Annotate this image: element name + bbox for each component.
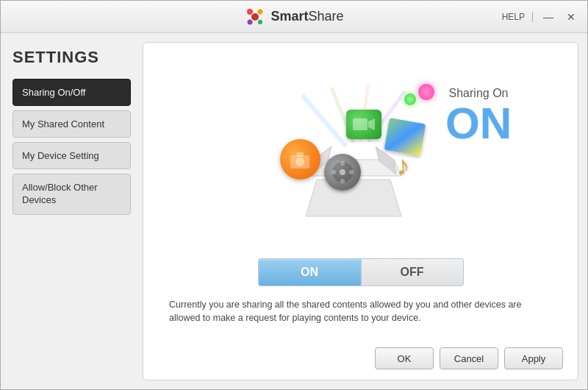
main-content: SETTINGS Sharing On/Off My Shared Conten…: [1, 33, 587, 389]
window-controls: HELP — ✕: [502, 10, 578, 24]
sidebar-item-allow-block[interactable]: Allow/Block Other Devices: [12, 174, 131, 215]
settings-title: SETTINGS: [12, 48, 131, 67]
svg-point-19: [340, 161, 345, 166]
illustration: ♪: [258, 80, 464, 227]
app-title: SmartShare: [270, 9, 343, 24]
cancel-button[interactable]: Cancel: [440, 347, 498, 369]
video-icon: [346, 110, 381, 139]
help-button[interactable]: HELP: [502, 12, 525, 22]
svg-marker-24: [368, 118, 375, 130]
divider: [532, 12, 533, 22]
svg-point-0: [251, 13, 259, 21]
svg-rect-23: [353, 118, 368, 130]
pink-glow: [418, 84, 434, 100]
minimize-button[interactable]: —: [540, 10, 556, 24]
toggle-on-button[interactable]: ON: [258, 258, 361, 286]
app-logo: SmartShare: [244, 6, 343, 28]
svg-point-3: [258, 20, 262, 24]
sidebar: SETTINGS Sharing On/Off My Shared Conten…: [1, 33, 143, 389]
camera-icon: [280, 139, 320, 180]
svg-point-21: [331, 170, 336, 174]
ok-button[interactable]: OK: [375, 347, 434, 369]
panel-inner: ♪ Sharing On ON ON OFF: [143, 43, 578, 340]
logo-icon: [244, 6, 266, 28]
toggle-off-button[interactable]: OFF: [361, 258, 464, 286]
toggle-row: ON OFF: [165, 258, 556, 286]
graphic-area: ♪ Sharing On ON: [165, 57, 556, 251]
content-panel: ♪ Sharing On ON ON OFF: [143, 42, 578, 380]
svg-rect-16: [296, 152, 304, 157]
sharing-status: Sharing On ON: [445, 87, 512, 146]
close-button[interactable]: ✕: [564, 10, 578, 24]
svg-point-22: [349, 170, 354, 174]
svg-point-1: [247, 9, 253, 15]
panel-footer: OK Cancel Apply: [143, 340, 578, 380]
sidebar-item-device-setting[interactable]: My Device Setting: [12, 142, 131, 169]
description-text: Currently you are sharing all the shared…: [165, 298, 556, 326]
svg-point-4: [248, 19, 253, 24]
svg-point-15: [295, 157, 304, 166]
sharing-on-text: ON: [445, 99, 512, 148]
sidebar-item-sharing-onoff[interactable]: Sharing On/Off: [12, 79, 131, 106]
svg-line-5: [302, 95, 346, 146]
svg-point-20: [340, 179, 345, 183]
apply-button[interactable]: Apply: [504, 347, 563, 369]
main-window: SmartShare HELP — ✕ SETTINGS Sharing On/…: [0, 0, 588, 390]
title-bar: SmartShare HELP — ✕: [1, 1, 587, 33]
svg-point-18: [340, 169, 345, 175]
music-icon: ♪: [395, 150, 411, 182]
film-icon: [324, 154, 361, 191]
green-glow: [404, 93, 416, 105]
sidebar-item-shared-content[interactable]: My Shared Content: [12, 110, 131, 138]
svg-point-2: [258, 9, 263, 14]
